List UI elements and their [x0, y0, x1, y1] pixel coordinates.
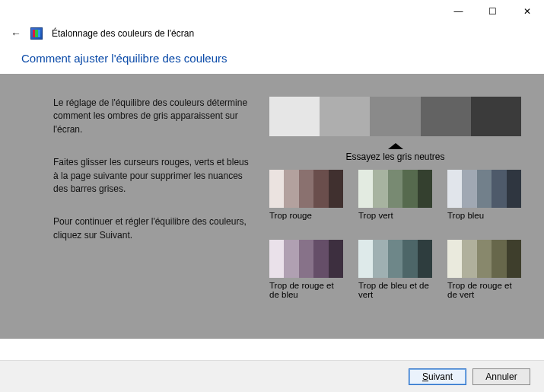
instruction-para-2: Faites glisser les curseurs rouges, vert… — [53, 156, 251, 196]
neutral-gray-label: Essayez les gris neutres — [269, 151, 521, 162]
sample-label: Trop bleu — [447, 211, 521, 232]
sample-label: Trop de rouge et de bleu — [269, 281, 343, 302]
back-button[interactable]: ← — [11, 28, 21, 39]
sample-label: Trop de rouge et de vert — [447, 281, 521, 302]
color-cast-sample: Trop de bleu et de vert — [358, 240, 432, 302]
window-title: Étalonnage des couleurs de l'écran — [52, 28, 194, 39]
gray-swatch — [471, 97, 521, 136]
next-button[interactable]: Suivant — [409, 368, 466, 385]
color-cast-sample: Trop de rouge et de bleu — [269, 240, 343, 302]
sample-label: Trop vert — [358, 211, 432, 232]
maximize-button[interactable]: ☐ — [476, 0, 510, 23]
content-area: Le réglage de l'équilibre des couleurs d… — [0, 74, 544, 339]
instruction-para-3: Pour continuer et régler l'équilibre des… — [53, 215, 251, 242]
neutral-gray-swatches — [269, 97, 521, 136]
color-cast-sample: Trop bleu — [447, 170, 521, 232]
minimize-button[interactable]: — — [441, 0, 476, 23]
app-icon — [30, 27, 43, 40]
close-button[interactable]: ✕ — [510, 0, 544, 23]
gray-swatch — [269, 97, 320, 136]
gray-swatch — [320, 97, 370, 136]
sample-label: Trop rouge — [269, 211, 343, 232]
instruction-para-1: Le réglage de l'équilibre des couleurs d… — [53, 97, 251, 136]
gray-swatch — [370, 97, 420, 136]
arrow-up-icon — [388, 143, 403, 149]
sample-label: Trop de bleu et de vert — [358, 281, 432, 302]
page-title: Comment ajuster l'équilibre des couleurs — [0, 52, 544, 74]
cancel-button[interactable]: Annuler — [472, 368, 530, 385]
gray-swatch — [421, 97, 471, 136]
color-cast-sample: Trop rouge — [269, 170, 343, 232]
color-cast-sample: Trop de rouge et de vert — [447, 240, 521, 302]
color-cast-sample: Trop vert — [358, 170, 432, 232]
